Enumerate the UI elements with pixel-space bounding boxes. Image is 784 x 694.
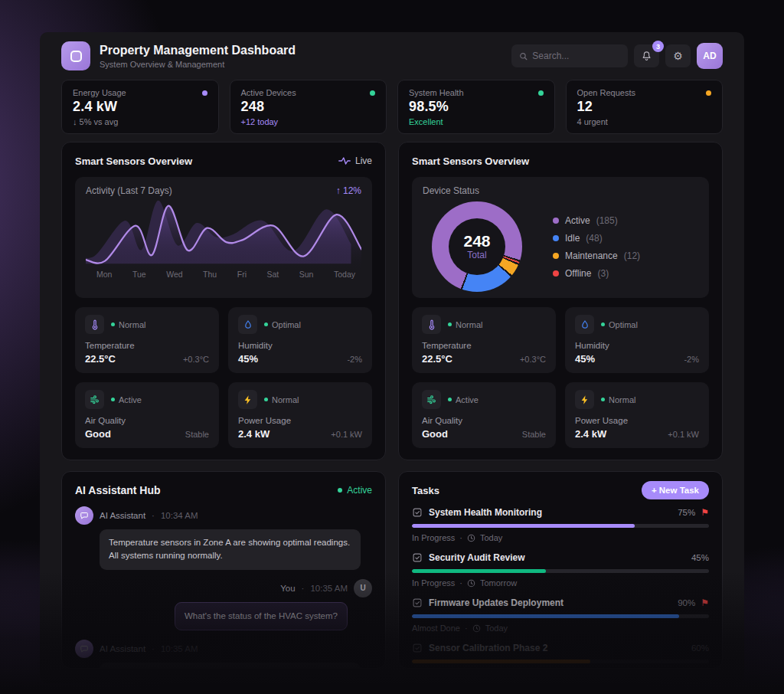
axis-tick: Mon (96, 270, 112, 279)
task-percent: 60% (691, 643, 709, 653)
legend-label: Idle (565, 233, 580, 244)
search-input[interactable] (532, 51, 620, 61)
panel-title: Tasks (412, 485, 439, 496)
search-icon (519, 51, 528, 61)
user-avatar[interactable]: AD (697, 43, 723, 69)
chart-title: Activity (Last 7 Days) (86, 185, 172, 196)
chart-change-badge: ↑ 12% (336, 185, 361, 196)
legend-count: (185) (596, 215, 618, 226)
tasks-panel: Tasks + New Task System Health Monitorin… (398, 471, 723, 669)
sensor-delta: +0.3°C (183, 355, 209, 364)
status-dot (111, 398, 115, 401)
panel-title: Smart Sensors Overview (75, 155, 192, 167)
sensor-label: Temperature (85, 341, 209, 350)
axis-tick: Sun (299, 270, 314, 279)
task-row[interactable]: Security Audit Review 45%⚑ In Progress· … (412, 552, 709, 588)
sensor-label: Air Quality (422, 416, 546, 425)
task-percent: 75% (678, 508, 695, 517)
stat-value: 2.4 kW (73, 99, 207, 115)
stat-sub: 4 urgent (577, 117, 712, 126)
status-dot (706, 90, 711, 96)
sensor-label: Power Usage (575, 416, 699, 425)
live-label: Live (355, 155, 372, 166)
chat-message-ai: AI Assistant · 10:35 AM HVAC system is o… (75, 640, 372, 669)
legend-label: Maintenance (565, 250, 618, 261)
task-due: Tomorrow (480, 578, 517, 588)
task-name: Security Audit Review (429, 552, 525, 563)
status-dot (601, 322, 605, 326)
sensor-label: Humidity (575, 341, 699, 350)
separator: · (459, 533, 462, 542)
new-task-button[interactable]: + New Task (642, 481, 709, 499)
sensor-status: Normal (456, 320, 482, 329)
panel-title: Smart Sensors Overview (412, 155, 529, 167)
legend-dot (553, 253, 559, 259)
ai-status-indicator: Active (338, 485, 372, 496)
donut-legend: Active(185) Idle(48) Maintenance(12) Off… (553, 215, 640, 279)
activity-chart-card: Activity (Last 7 Days) ↑ 12% Mon (75, 177, 372, 298)
task-name: System Health Monitoring (429, 507, 542, 518)
user-chat-avatar: U (354, 579, 372, 597)
checkbox-icon[interactable] (412, 507, 423, 518)
search-box[interactable] (511, 44, 628, 67)
bolt-icon (580, 394, 590, 405)
checkbox-icon[interactable] (412, 643, 423, 653)
sensor-value: 2.4 kW (238, 428, 270, 440)
sensor-value: Good (85, 428, 111, 440)
thermometer-icon (90, 319, 100, 330)
stat-card-energy-usage: Energy Usage 2.4 kW ↓ 5% vs avg (61, 80, 219, 134)
status-dot (601, 398, 605, 401)
legend-count: (12) (624, 250, 640, 261)
separator: · (302, 584, 305, 593)
stat-card-active-devices: Active Devices 248 +12 today (230, 80, 387, 134)
sensor-label: Air Quality (85, 416, 209, 425)
task-row[interactable]: Sensor Calibration Phase 2 60%⚑ In Progr… (412, 643, 709, 669)
device-status-card: Device Status 248 Total Active(185) Idle… (412, 177, 709, 298)
app-header: Property Management Dashboard System Ove… (40, 32, 744, 78)
donut-title: Device Status (423, 185, 479, 196)
task-progress-bar (412, 660, 709, 663)
sensor-card-humidity: Optimal Humidity 45%-2% (565, 307, 709, 373)
checkbox-icon[interactable] (412, 597, 423, 608)
sensor-card-temperature: Normal Temperature 22.5°C+0.3°C (412, 307, 556, 373)
notifications-button[interactable]: 3 (634, 44, 659, 67)
legend-count: (48) (586, 233, 602, 244)
task-progress-bar (412, 524, 709, 528)
sensor-card-humidity: Optimal Humidity 45%-2% (228, 307, 372, 373)
task-percent: 90% (678, 598, 695, 607)
clock-icon (472, 624, 481, 633)
task-progress-bar (412, 569, 709, 573)
task-row[interactable]: System Health Monitoring 75%⚑ In Progres… (412, 507, 709, 542)
task-progress-fill (412, 569, 546, 573)
settings-button[interactable]: ⚙ (665, 44, 691, 67)
stat-label: Active Devices (241, 88, 296, 97)
legend-item-offline: Offline(3) (553, 268, 640, 279)
stat-label: System Health (409, 88, 464, 97)
legend-item-active: Active(185) (553, 215, 640, 226)
message-bubble: HVAC system is operating at 87% efficien… (100, 663, 361, 669)
checkbox-icon[interactable] (412, 552, 423, 563)
sensor-status: Active (119, 395, 142, 404)
task-meta: Almost Done· Today (412, 624, 709, 633)
legend-item-idle: Idle(48) (553, 233, 640, 244)
task-due: Today (485, 624, 508, 633)
droplet-icon (243, 319, 253, 330)
sensors-panel-activity: Smart Sensors Overview Live Activity (La… (61, 142, 386, 460)
ai-avatar (75, 640, 93, 658)
message-author: AI Assistant (100, 511, 145, 520)
sensor-delta: Stable (522, 430, 546, 439)
task-row[interactable]: Firmware Updates Deployment 90%⚑ Almost … (412, 597, 709, 633)
sensor-card-temperature: Normal Temperature 22.5°C+0.3°C (75, 307, 219, 373)
priority-flag-icon: ⚑ (701, 598, 709, 607)
separator: · (152, 644, 155, 653)
donut-total-value: 248 (463, 233, 490, 250)
axis-tick: Today (334, 270, 355, 279)
donut-total-label: Total (467, 250, 486, 260)
sensor-delta: +0.1 kW (668, 430, 699, 439)
separator: · (465, 624, 468, 633)
task-meta: In Progress· Today (412, 533, 709, 542)
axis-tick: Fri (237, 270, 247, 279)
stat-card-system-health: System Health 98.5% Excellent (397, 80, 555, 134)
chat-message-user: You · 10:35 AM U What's the status of th… (75, 579, 372, 630)
stat-sub: +12 today (241, 117, 376, 126)
